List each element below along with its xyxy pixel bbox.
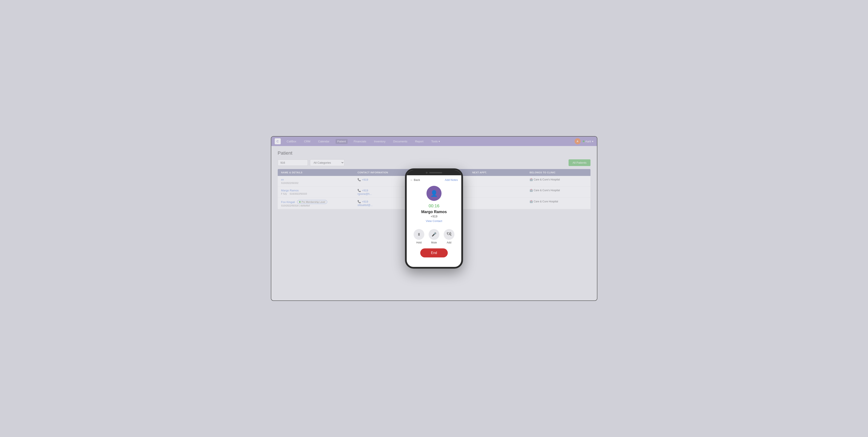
caller-section: 👤 00:16 Margo Ramos +919 View Contact	[410, 186, 458, 223]
mute-label: Mute	[431, 241, 437, 244]
caller-avatar: 👤	[427, 186, 441, 201]
phone-top-bar: ← Back Add Notes	[410, 178, 458, 181]
add-button[interactable]	[444, 229, 455, 240]
mute-action: 🎤 Mute	[429, 229, 439, 244]
phone-notch	[407, 170, 461, 175]
add-action: Add	[444, 229, 455, 244]
back-arrow-icon: ←	[410, 178, 413, 181]
hold-label: Hold	[416, 241, 422, 244]
add-notes-button[interactable]: Add Notes	[445, 178, 458, 181]
mute-button[interactable]: 🎤	[429, 229, 439, 240]
svg-point-0	[447, 233, 450, 235]
caller-name: Margo Ramos	[421, 210, 447, 214]
notch-camera	[426, 172, 428, 174]
app-frame: C CallBox CRM Calendar Patient Financial…	[271, 136, 597, 301]
call-overlay: ← Back Add Notes 👤 00:16 Margo Ramos +91…	[271, 137, 597, 300]
hold-action: ⏸ Hold	[413, 229, 424, 244]
hold-button[interactable]: ⏸	[413, 229, 424, 240]
phone-content: ← Back Add Notes 👤 00:16 Margo Ramos +91…	[407, 175, 461, 260]
call-timer: 00:16	[429, 203, 439, 208]
avatar-icon: 👤	[430, 190, 438, 197]
caller-number: +919	[431, 215, 437, 218]
end-call-section: End	[410, 249, 458, 257]
end-call-button[interactable]: End	[420, 249, 448, 257]
add-label: Add	[447, 241, 451, 244]
back-label: Back	[414, 178, 420, 181]
notch-speaker	[429, 172, 442, 173]
view-contact-link[interactable]: View Contact	[426, 220, 442, 223]
call-actions: ⏸ Hold 🎤 Mute	[410, 229, 458, 244]
back-button[interactable]: ← Back	[410, 178, 420, 181]
phone-frame: ← Back Add Notes 👤 00:16 Margo Ramos +91…	[405, 168, 463, 269]
